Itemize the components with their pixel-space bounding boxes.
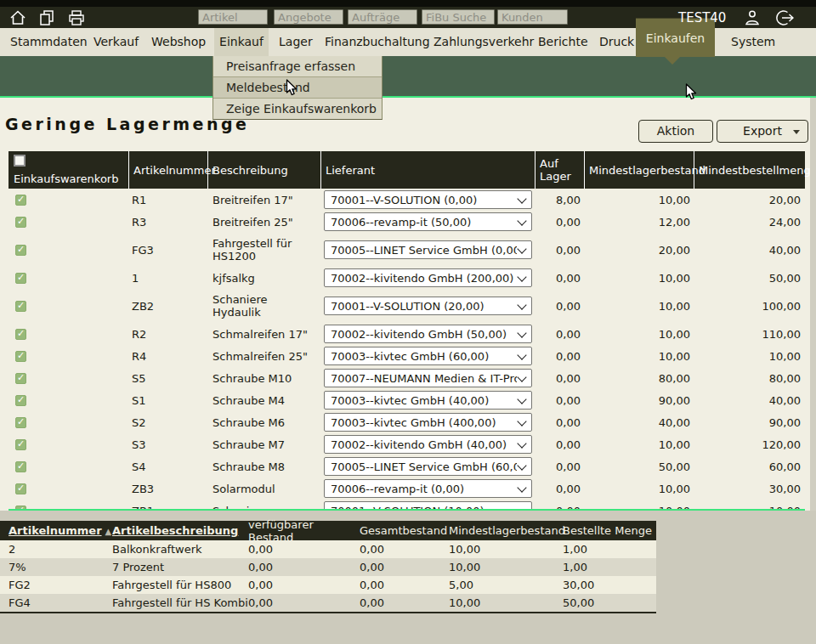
cell-mindestlagerbestand: 40,00 [585,416,694,429]
cell-mindestbestellmenge: 20,00 [694,194,805,206]
cell-mindestlagerbestand: 10,00 [585,438,694,451]
cell-bestellte-menge: 1,00 [563,543,656,556]
sort-header-artikelnummer[interactable]: Artikelnummer [8,524,102,537]
select-all-checkbox[interactable] [14,155,26,167]
cell-artikelnummer: S3 [129,438,208,451]
sort-header-artikelbeschreibung[interactable]: Artikelbeschreibung [112,524,238,537]
cell-auf-lager: 0,00 [536,394,585,407]
header-einkaufswarenkorb-label: Einkaufswarenkorb [14,172,118,185]
row-checkbox-checked[interactable] [15,217,26,228]
menu-item-finanzbuchaltung[interactable]: Finanzbuchaltung [325,28,430,56]
menu-item-druck[interactable]: Druck [599,28,634,56]
lieferant-select[interactable]: 70006--revamp-it (0,00) [324,479,532,498]
cell-mindestbestellmenge: 10,00 [694,350,805,363]
row-checkbox-checked[interactable] [15,245,26,256]
lieferant-select[interactable]: 70003--kivtec GmbH (40,00) [324,391,532,410]
menu-item-lager[interactable]: Lager [279,28,313,56]
row-checkbox-checked[interactable] [15,461,26,472]
cell-artikelbeschreibung: Fahrgestell für HS Kombi [112,596,248,609]
home-icon[interactable] [8,8,27,27]
row-checkbox-checked[interactable] [15,395,26,406]
cell-mindestbestellmenge: 40,00 [694,244,805,257]
cell-mindestlagerbestand: 10,00 [449,543,563,556]
logout-icon[interactable] [774,8,799,27]
cell-mindestlagerbestand: 10,00 [585,328,694,341]
menu-item-stammdaten[interactable]: Stammdaten [10,28,88,56]
cell-mindestlagerbestand: 10,00 [585,272,694,285]
chevron-down-icon [517,394,526,404]
cell-bestellte-menge: 30,00 [563,579,656,591]
lieferant-select[interactable]: 70002--kivitendo GmbH (40,00) [324,435,532,454]
menu-item-einkauf-active[interactable]: Einkauf [214,28,269,56]
row-checkbox-checked[interactable] [15,329,26,340]
chevron-down-icon [517,244,526,253]
lieferant-select[interactable]: 70005--LINET Service GmbH (60,00) [324,457,532,476]
lieferant-selected-option: 70005--LINET Service GmbH (60,00) [331,460,517,473]
cell-beschreibung: Breitreifen 17" [208,189,321,211]
lieferant-select[interactable]: 70005--LINET Service GmbH (0,00) [324,240,532,259]
export-button[interactable]: Export [717,120,808,143]
row-checkbox-checked[interactable] [15,373,26,384]
row-checkbox-checked[interactable] [15,417,26,428]
header-bestellte-menge: Bestellte Menge [563,524,656,537]
cell-gesamtbestand: 0,00 [360,596,449,609]
cell-beschreibung: Breitreifen 25" [208,212,321,233]
table-header-row: Einkaufswarenkorb Artikelnummer Beschrei… [8,151,805,189]
row-checkbox-checked[interactable] [15,273,26,284]
row-checkbox-checked[interactable] [15,301,26,312]
fibu-search-input[interactable] [422,9,495,25]
cell-mindestbestellmenge: 60,00 [694,460,805,473]
dropdown-item-preisanfrage-erfassen[interactable]: Preisanfrage erfassen [213,56,382,77]
lieferant-selected-option: 70002--kivitendo GmbH (40,00) [331,438,507,451]
lieferant-select[interactable]: 70003--kivtec GmbH (60,00) [324,347,532,365]
cell-auf-lager: 0,00 [536,483,585,495]
cell-artikelnummer: 7% [0,561,112,573]
lieferant-select[interactable]: 70002--kivitendo GmbH (50,00) [324,325,532,343]
cell-artikelnummer: R2 [129,328,208,341]
menu-item-zahlungsverkehr[interactable]: Zahlungsverkehr [434,28,534,56]
lieferant-select[interactable]: 70001--V-SOLUTION (0,00) [324,190,532,209]
menu-item-berichte[interactable]: Berichte [538,28,588,56]
kunden-search-input[interactable] [497,9,568,25]
ordered-items-section: Artikelnummer▲ Artikelbeschreibung verfü… [0,511,816,644]
print-icon[interactable] [67,8,86,27]
lieferant-selected-option: 70003--kivtec GmbH (60,00) [331,350,489,363]
row-checkbox-checked[interactable] [15,439,26,450]
cell-beschreibung: Solarmodul [208,478,321,500]
cell-verfuegbarer-bestand: 0,00 [248,579,360,591]
cell-mindestlagerbestand: 10,00 [585,350,694,363]
menu-item-webshop[interactable]: Webshop [151,28,206,56]
table-row: R4 Schmalreifen 25" 70003--kivtec GmbH (… [8,345,805,367]
angebote-search-input[interactable] [274,9,343,25]
row-checkbox-checked[interactable] [15,195,26,206]
auftraege-search-input[interactable] [348,9,417,25]
row-checkbox-checked[interactable] [15,483,26,494]
cell-auf-lager: 0,00 [536,272,585,285]
caret-down-icon [793,130,800,138]
lieferant-select[interactable]: 70006--revamp-it (50,00) [324,212,532,231]
export-button-label: Export [743,124,782,138]
menu-item-verkauf[interactable]: Verkauf [94,28,139,56]
header-auf-lager: Auf Lager [536,151,585,189]
cell-verfuegbarer-bestand: 0,00 [248,561,360,573]
person-icon[interactable] [743,8,762,27]
lieferant-select[interactable]: 70001--V-SOLUTION (20,00) [324,297,532,315]
menu-item-system[interactable]: System [731,28,775,56]
aktion-button[interactable]: Aktion [638,120,713,143]
lieferant-select[interactable]: 70007--NEUMANN Medien & IT-Proje [324,369,532,387]
copy-icon[interactable] [37,8,56,27]
lieferant-select[interactable]: 70003--kivtec GmbH (400,00) [324,413,532,432]
chevron-down-icon [517,483,526,492]
cell-artikelnummer: S5 [129,372,208,385]
cell-gesamtbestand: 0,00 [360,579,449,591]
report-body: 2 Balkonkraftwerk 0,00 0,00 10,00 1,00 7… [0,540,656,612]
artikel-search-input[interactable] [198,9,268,25]
dropdown-item-zeige-einkaufswarenkorb[interactable]: Zeige Einkaufswarenkorb [213,99,382,119]
table-row: S4 Schraube M8 70005--LINET Service GmbH… [8,455,805,477]
cell-mindestlagerbestand: 20,00 [585,244,694,257]
row-checkbox-checked[interactable] [15,351,26,362]
lieferant-select[interactable]: 70002--kivitendo GmbH (200,00) [324,268,532,287]
cell-beschreibung: Schraube M4 [208,390,321,411]
cell-artikelbeschreibung: 7 Prozent [112,561,248,573]
lieferant-selected-option: 70001--V-SOLUTION (20,00) [331,300,484,313]
